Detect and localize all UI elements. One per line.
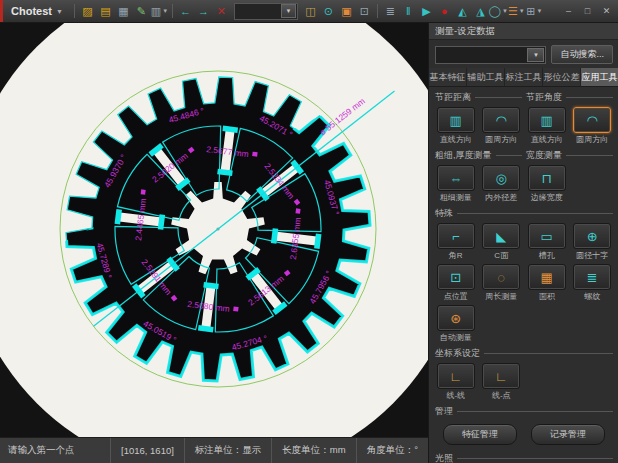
pitch-linear-icon[interactable]: ▥ [437,107,475,133]
line-line-axis-icon[interactable]: ∟ [437,363,475,389]
image-a-icon[interactable]: ◭ [454,3,471,20]
crop-frame-icon[interactable]: ▣ [338,3,355,20]
tab-辅助工具[interactable]: 辅助工具 [467,68,505,86]
corner-r-icon[interactable]: ⌐ [437,223,475,249]
screen-capture-icon[interactable]: ⊞▼ [526,3,543,20]
tool-grid: ∟线-线∟线-点 [433,361,615,402]
circle-tool-icon[interactable]: ◯▼ [490,3,507,20]
redo-icon[interactable]: → [195,3,212,20]
circle-cross-icon[interactable]: ⊕ [573,223,611,249]
thickness-icon[interactable]: ⇔ [437,165,475,191]
tool-grid: ▥直线方向◠圆周方向▥直线方向◠圆周方向 [433,105,615,146]
perimeter-icon[interactable]: ◌ [482,264,520,290]
circle-tool-icon: ◯ [489,5,501,18]
section-headers: 坐标系设定 [433,346,615,361]
image-search-icon[interactable]: ◫ [302,3,319,20]
tool-label: 周长测量 [485,291,517,302]
section-title-text: 节距距离 [435,91,471,104]
tool-label: 圆周方向 [485,134,517,145]
chevron-down-icon[interactable]: ▼ [162,8,168,14]
label-leader-marker [295,208,300,214]
maximize-button[interactable]: □ [580,4,595,19]
line-point-axis-icon[interactable]: ∟ [482,363,520,389]
record-icon[interactable]: ● [436,3,453,20]
tool-边缘宽度: ⊓边缘宽度 [524,165,570,203]
main-toolbar: Chotest ▼ ▨▤▦✎▥▼←→✕▼◫⊙▣⊡≣‖▶●◭◮◯▼☰▼⊞▼ –□✕ [0,0,618,23]
measure-mode-combo[interactable]: ▼ [234,3,298,20]
inner-outer-diameter-icon[interactable]: ◎ [482,165,520,191]
tool-label: 面积 [539,291,555,302]
undo-icon[interactable]: ← [177,3,194,20]
section-title: 特殊 [433,206,615,221]
app-menu-button[interactable]: Chotest ▼ [7,5,70,17]
tab-基本特征[interactable]: 基本特征 [429,68,467,86]
measurement-scene: ø 55.1259 mm2.5234 mm2.5677 mm2.5020 mm2… [0,23,428,437]
edit-report-icon: ✎ [137,5,146,18]
tool-label: C面 [494,250,508,261]
chevron-down-icon[interactable]: ▼ [281,4,296,18]
pitch-circular-icon[interactable]: ◠ [482,107,520,133]
tab-形位公差[interactable]: 形位公差 [543,68,581,86]
management-buttons: 特征管理记录管理 [433,419,615,449]
area-icon[interactable]: ▦ [528,264,566,290]
thread-icon[interactable]: ≣ [573,264,611,290]
layers-icon[interactable]: ☰▼ [508,3,525,20]
chevron-down-icon[interactable]: ▼ [519,8,525,14]
pitch-angle-linear-icon[interactable]: ▥ [528,107,566,133]
tool-角R: ⌐角R [433,223,479,261]
edit-report-icon[interactable]: ✎ [133,3,150,20]
tab-应用工具[interactable]: 应用工具 [581,68,618,86]
tool-螺纹: ≣螺纹 [570,264,616,302]
open-project-icon[interactable]: ▤ [97,3,114,20]
list-icon: ≣ [386,5,395,18]
auto-measure-icon[interactable]: ⊛ [437,305,475,331]
close-button[interactable]: ✕ [599,4,614,19]
section-title-text: 坐标系设定 [435,347,480,360]
tool-线-线: ∟线-线 [433,363,479,401]
c-face-icon[interactable]: ◣ [482,223,520,249]
camera-viewport[interactable]: ø 55.1259 mm2.5234 mm2.5677 mm2.5020 mm2… [0,23,428,437]
section-title-text: 粗细,厚度测量 [435,149,492,162]
undo-icon: ← [180,5,191,17]
feature-management-button[interactable]: 特征管理 [443,424,517,445]
tool-label: 直线方向 [531,134,563,145]
section-headers: 节距距离节距角度 [433,90,615,105]
section-title: 光照 [433,451,615,463]
status-prompt: 请输入第一个点 [0,438,110,463]
tool-label: 点位置 [444,291,468,302]
image-a-icon: ◭ [458,5,466,18]
save-icon[interactable]: ▦ [115,3,132,20]
tool-tabs: 基本特征辅助工具标注工具形位公差应用工具 [429,68,618,87]
save-icon: ▦ [118,5,128,18]
play-icon[interactable]: ▶ [418,3,435,20]
point-position-icon[interactable]: ⊡ [437,264,475,290]
delete-icon[interactable]: ✕ [213,3,230,20]
minimize-button[interactable]: – [561,4,576,19]
barcode-icon: ‖ [406,5,411,17]
record-icon: ● [441,5,448,17]
image-b-icon[interactable]: ◮ [472,3,489,20]
slot-hole-icon[interactable]: ▭ [528,223,566,249]
panel-title: 测量-设定数据 [429,23,618,40]
auto-search-button[interactable]: 自动搜索... [551,45,613,64]
pitch-angle-circular-icon[interactable]: ◠ [573,107,611,133]
list-icon[interactable]: ≣ [382,3,399,20]
record-management-button[interactable]: 记录管理 [531,424,605,445]
save-as-icon[interactable]: ▥▼ [151,3,168,20]
tool-线-点: ∟线-点 [479,363,525,401]
section-headers: 光照 [433,451,615,463]
data-select-combo[interactable]: ▼ [435,46,546,64]
display-icon[interactable]: ⊡ [356,3,373,20]
magnifier-icon[interactable]: ⊙ [320,3,337,20]
chevron-down-icon[interactable]: ▼ [537,8,543,14]
layers-icon: ☰ [508,5,518,18]
open-file-icon[interactable]: ▨ [79,3,96,20]
section-title: 节距距离 [433,90,524,105]
barcode-icon[interactable]: ‖ [400,3,417,20]
tab-标注工具[interactable]: 标注工具 [505,68,543,86]
edge-width-icon[interactable]: ⊓ [528,165,566,191]
status-bar: 请输入第一个点 [1016, 1610] 标注单位：显示长度单位：mm角度单位：… [0,437,428,463]
display-icon: ⊡ [360,5,369,18]
chevron-down-icon: ▼ [56,8,63,15]
chevron-down-icon[interactable]: ▼ [527,48,544,62]
